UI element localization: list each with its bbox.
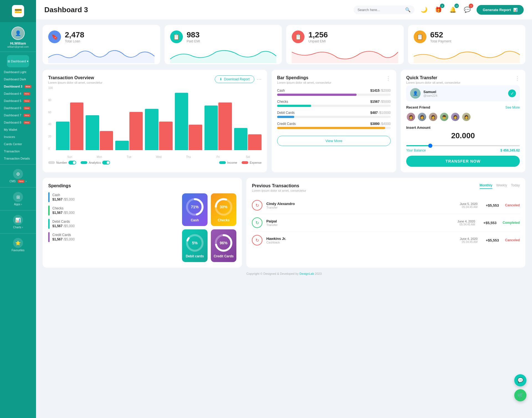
checks-bar-fill: [277, 105, 311, 107]
sidebar-item-dashboard4[interactable]: Dashboard 4 New: [0, 90, 36, 97]
quick-transfer-card: Quick Transfer Lorem ipsum dolor sit ame…: [401, 70, 525, 172]
more-options-icon[interactable]: ⋯: [257, 76, 262, 82]
transaction-item-1: ↻ Cindy Alexandro Transfer June 5, 2020 …: [252, 197, 520, 214]
bell-icon-button[interactable]: 🔔 12: [448, 5, 458, 15]
tab-weekly[interactable]: Weekly: [496, 183, 507, 189]
sidebar-item-dashboard5[interactable]: Dashboard 5 New: [0, 97, 36, 104]
sidebar-item-wallet[interactable]: My Wallet: [0, 126, 36, 133]
sidebar-item-transaction[interactable]: Transaction: [0, 148, 36, 155]
spending-credit: Credit Cards $3890 /$4000: [277, 122, 391, 129]
quick-transfer-more-icon[interactable]: ⋮: [515, 75, 520, 81]
sidebar-item-favourites[interactable]: ⭐ Favourites: [0, 236, 36, 254]
trans-icon-2: ↻: [252, 217, 262, 228]
see-more-link[interactable]: See More: [505, 106, 520, 109]
tab-today[interactable]: Today: [511, 183, 520, 189]
download-icon: ⬇: [219, 77, 222, 81]
legend-income-label: Income: [227, 161, 237, 164]
trans-amount-1: +$5,553: [486, 203, 499, 207]
sidebar-item-apps[interactable]: ⊞ Apps ›: [0, 190, 36, 208]
bar-spendings-subtitle: Lorem ipsum dolor sit amet, consectetur: [277, 81, 331, 84]
spending-cash: Cash $1415 /$2000: [277, 89, 391, 96]
friend-avatar-5[interactable]: 👩: [451, 112, 460, 122]
total-payment-sparkline: [414, 47, 520, 63]
sidebar-item-dashboard7[interactable]: Dashboard 7 New: [0, 112, 36, 119]
sidebar-item-dashboard6[interactable]: Dashboard 6 New: [0, 104, 36, 112]
cash-amount: $1415: [370, 89, 380, 93]
donut-grid: 71% Cash 30% Checks: [182, 193, 236, 262]
sidebar-item-dashboard-light[interactable]: Dashboard Light: [0, 68, 36, 76]
bar-spendings-card: Bar Spendings Lorem ipsum dolor sit amet…: [272, 70, 396, 172]
trans-name-1: Cindy Alexandro: [266, 202, 295, 206]
friend-avatar-1[interactable]: 👩: [406, 112, 416, 122]
tab-monthly[interactable]: Monthly: [480, 183, 492, 189]
svg-text:5%: 5%: [192, 241, 198, 245]
trans-type-1: Transfer: [266, 206, 295, 209]
total-payment-icon: 📋: [414, 30, 426, 43]
number-toggle[interactable]: [68, 161, 76, 165]
credit-color-bar: [48, 232, 50, 242]
transfer-now-button[interactable]: TRANSFER NOW: [406, 156, 520, 167]
legend-income: Income: [219, 161, 237, 164]
sidebar-item-charts[interactable]: 📊 Charts ›: [0, 213, 36, 231]
stat-card-paid-emi: 📋 983 Paid EMI: [165, 25, 282, 64]
credit-bar-fill: [277, 127, 385, 129]
y-label-100: 100: [48, 86, 55, 89]
footer-brand-link[interactable]: DexignLab: [300, 272, 314, 275]
spendings-content: Cash $1,567 /$5,000 Checks $1,567 /$5,00…: [48, 192, 236, 262]
bar-spendings-more-icon[interactable]: ⋮: [386, 75, 391, 81]
sidebar-item-dashboard8[interactable]: Dashboard 8 New: [0, 119, 36, 126]
amount-slider[interactable]: [406, 145, 520, 146]
donut-checks-svg: 30%: [214, 197, 233, 217]
friend-avatar-6[interactable]: 👩: [462, 112, 471, 122]
donut-debit: 5% Debit cards: [182, 229, 208, 262]
support-fab[interactable]: 💬: [514, 374, 526, 386]
content-area: 🔖 2,478 Total Loan 📋 983 Paid EMI: [36, 19, 532, 285]
sidebar-item-cms[interactable]: ⚙ CMS New ›: [0, 167, 36, 185]
checks-max: /$5000: [380, 100, 391, 104]
quick-transfer-subtitle: Lorem ipsum dolor sit amet, consectetur: [406, 81, 461, 84]
friend-avatar-3[interactable]: 👩: [428, 112, 438, 122]
sidebar-item-cards[interactable]: Cards Center: [0, 140, 36, 148]
gift-icon-button[interactable]: 🎁 2: [433, 5, 443, 15]
trans-time-2: 05:34:45 AM: [457, 223, 475, 226]
trans-amount-2: +$5,553: [484, 221, 497, 225]
y-label-60: 60: [48, 111, 55, 114]
sidebar-item-invoices[interactable]: Invoices: [0, 133, 36, 140]
spending-checks: Checks $1567 /$5000: [277, 100, 391, 107]
download-report-button[interactable]: ⬇ Download Report: [215, 75, 254, 83]
cash-label: Cash: [277, 89, 285, 93]
svg-text:96%: 96%: [220, 241, 228, 245]
search-box[interactable]: 🔍: [354, 6, 415, 14]
legend-number: Number: [48, 161, 76, 165]
sidebar-item-dashboard-dark[interactable]: Dashboard Dark: [0, 76, 36, 83]
spending-checks-val: $1,567: [52, 211, 63, 215]
search-input[interactable]: [357, 8, 403, 12]
bar-thu-teal: [175, 93, 188, 150]
sidebar-item-transaction-details[interactable]: Transaction Details: [0, 155, 36, 162]
view-more-button[interactable]: View More: [277, 136, 391, 146]
y-label-80: 80: [48, 99, 55, 102]
generate-report-button[interactable]: Generate Report 📊: [477, 5, 524, 15]
y-label-20: 20: [48, 135, 55, 138]
cart-fab[interactable]: 🛒: [514, 389, 526, 401]
dashboard-button[interactable]: ⊞ Dashboard ▾: [7, 55, 29, 67]
sidebar-section-apps: ⊞ Apps ›: [0, 187, 36, 210]
debit-bar-fill: [277, 116, 294, 118]
bell-badge: 12: [454, 4, 459, 8]
moon-icon-button[interactable]: 🌙: [419, 5, 429, 15]
bottom-row: Spendings Cash $1,567 /$5,000: [43, 178, 525, 268]
unpaid-emi-label: Unpaid EMI: [308, 39, 328, 43]
x-label-sat: Sat: [234, 155, 262, 158]
prev-trans-title: Previous Transactions: [252, 183, 306, 188]
spending-cash-name: Cash: [52, 193, 178, 197]
chat-icon-button[interactable]: 💬 5: [462, 5, 472, 15]
trans-name-2: Paipal: [266, 219, 278, 223]
friend-avatar-4[interactable]: 👦: [439, 112, 449, 122]
header: Dashboard 3 🔍 🌙 🎁 2 🔔 12 💬 5 Generate Re…: [36, 0, 532, 19]
sidebar-item-dashboard3[interactable]: Dashboard 3 New: [0, 83, 36, 90]
bar-wed-coral: [159, 122, 173, 150]
analytics-toggle[interactable]: [102, 161, 110, 165]
logo-icon[interactable]: 💳: [12, 5, 24, 17]
credit-amount: $3890: [370, 122, 380, 126]
friend-avatar-2[interactable]: 👩: [417, 112, 427, 122]
